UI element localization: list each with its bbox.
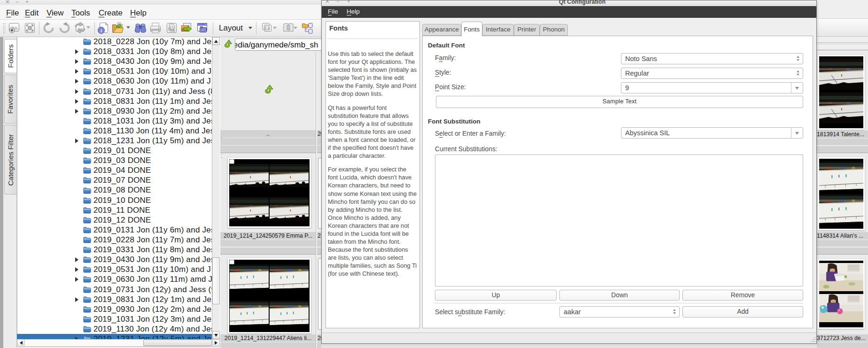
svg-text:i: i — [101, 28, 102, 33]
svg-text:1-5: 1-5 — [265, 27, 270, 30]
